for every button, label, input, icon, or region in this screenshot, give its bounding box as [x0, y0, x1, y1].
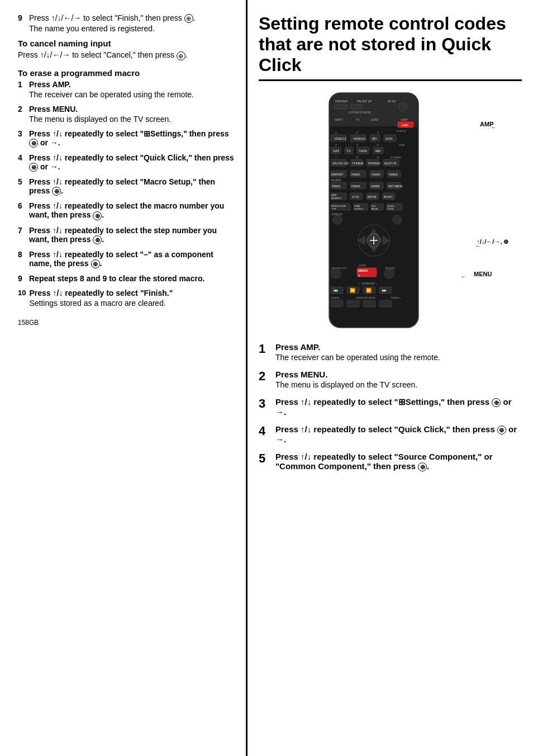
svg-text:+HOME: +HOME	[358, 264, 367, 267]
enter-btn-8: ⊕	[91, 259, 100, 268]
right-step-4-content: Press ↑/↓ repeatedly to select "Quick Cl…	[275, 424, 522, 444]
right-step-2-num: 2	[259, 370, 271, 383]
erase-step-1: 1 Press AMP. The receiver can be operate…	[18, 80, 235, 99]
erase-step-7-content: Press ↑/↓ repeatedly to select the step …	[29, 226, 235, 244]
svg-rect-125	[379, 300, 392, 307]
right-step-5-bold: Press ↑/↓ repeatedly to select "Source C…	[275, 452, 522, 471]
menu-annotation: MENU	[474, 271, 492, 277]
erase-step-8-num: 8	[18, 250, 26, 268]
svg-text:SA-CD CD: SA-CD CD	[332, 162, 349, 165]
svg-text:AV I/O: AV I/O	[388, 100, 396, 103]
svg-text:DMPORT: DMPORT	[331, 173, 344, 176]
erase-step-5: 5 Press ↑/↓ repeatedly to select "Macro …	[18, 177, 235, 196]
step-9-number: 9	[18, 13, 26, 33]
erase-step-6-num: 6	[18, 201, 26, 220]
right-step-1-bold: Press AMP.	[275, 342, 522, 352]
svg-text:TUNER: TUNER	[352, 162, 364, 165]
erase-step-4-num: 4	[18, 153, 26, 172]
erase-step-3-content: Press ↑/↓ repeatedly to select "⊞Setting…	[29, 129, 235, 148]
erase-step-7-bold: Press ↑/↓ repeatedly to select the step …	[29, 226, 217, 244]
svg-point-92	[393, 215, 402, 224]
step-9-top: 9 Press ↑/↓/←/→ to select "Finish," then…	[18, 13, 235, 33]
erase-step-9-content: Repeat steps 8 and 9 to clear the stored…	[29, 274, 235, 283]
erase-step-4-bold: Press ↑/↓ repeatedly to select "Quick Cl…	[29, 153, 234, 171]
svg-text:A.F.D.: A.F.D.	[352, 195, 360, 199]
enter-btn-4: ⊕	[29, 163, 38, 172]
page-number: 158GB	[18, 319, 235, 327]
svg-text:TV: TV	[346, 149, 351, 153]
erase-step-2-content: Press MENU. The menu is displayed on the…	[29, 105, 235, 124]
erase-step-5-content: Press ↑/↓ repeatedly to select "Macro Se…	[29, 177, 235, 196]
svg-text:.8: .8	[356, 156, 358, 159]
svg-text:.9: .9	[377, 156, 379, 159]
erase-step-5-num: 5	[18, 177, 26, 196]
remote-control-svg: THEATER RN SET UP AV I/O SYSTEM STANDBY …	[318, 90, 430, 330]
erase-step-10-content: Press ↑/↓ repeatedly to select "Finish."…	[29, 289, 235, 308]
svg-rect-7	[350, 105, 363, 109]
erase-step-2-num: 2	[18, 105, 26, 124]
svg-text:P/P: P/P	[332, 207, 336, 210]
erase-step-6-bold: Press ↑/↓ repeatedly to select the macro…	[29, 201, 224, 219]
svg-text:.1: .1	[335, 131, 337, 134]
svg-text:RN SET UP: RN SET UP	[357, 100, 372, 103]
svg-text:TUNING +: TUNING +	[391, 296, 401, 299]
svg-text:⏮: ⏮	[334, 288, 338, 293]
erase-step-7: 7 Press ↑/↓ repeatedly to select the ste…	[18, 226, 235, 244]
svg-text:SYSTEM STANDBY: SYSTEM STANDBY	[349, 111, 372, 114]
svg-text:.2: .2	[356, 131, 358, 134]
erase-step-1-sub: The receiver can be operated using the r…	[29, 90, 235, 99]
erase-step-2-bold: Press MENU.	[29, 105, 78, 114]
erase-step-8: 8 Press ↑/↓ repeatedly to select "–" as …	[18, 250, 235, 268]
erase-step-5-bold: Press ↑/↓ repeatedly to select "Macro Se…	[29, 177, 215, 195]
right-step-1-sub: The receiver can be operated using the r…	[275, 353, 522, 362]
svg-text:SHIFT: SHIFT	[335, 118, 342, 121]
svg-text:TV INPUT: TV INPUT	[396, 130, 407, 133]
erase-step-3-num: 3	[18, 129, 26, 148]
cancel-title: To cancel naming input	[18, 39, 235, 48]
right-step-3-num: 3	[259, 397, 271, 410]
remote-wrap: THEATER RN SET UP AV I/O SYSTEM STANDBY …	[318, 90, 463, 332]
svg-text:MD: MD	[375, 149, 381, 153]
svg-text:TAPE: TAPE	[359, 149, 367, 153]
svg-text:HDMI1: HDMI1	[332, 185, 341, 188]
menu-arrow: ←	[461, 273, 467, 280]
erase-step-3-bold: Press ↑/↓ repeatedly to select "⊞Setting…	[29, 129, 229, 147]
svg-text:TUNING —: TUNING —	[331, 296, 342, 299]
enter-btn-r3: ⊕	[492, 398, 501, 407]
svg-text:CATEGORY MODE: CATEGORY MODE	[356, 296, 375, 299]
right-step-2: 2 Press MENU. The menu is displayed on t…	[259, 370, 522, 389]
svg-point-8	[398, 102, 407, 111]
svg-text:CLICK: CLICK	[387, 207, 394, 210]
svg-text:⏭: ⏭	[382, 288, 387, 293]
step-9-text: Press ↑/↓/←/→ to select "Finish," then p…	[29, 13, 195, 22]
erase-step-4: 4 Press ↑/↓ repeatedly to select "Quick …	[18, 153, 235, 172]
svg-text:.3: .3	[377, 131, 379, 134]
svg-text:SAT: SAT	[333, 149, 340, 153]
right-step-4-bold: Press ↑/↓ repeatedly to select "Quick Cl…	[275, 424, 522, 444]
erase-step-1-content: Press AMP. The receiver can be operated …	[29, 80, 235, 99]
svg-point-109	[384, 268, 394, 278]
svg-text:A.DIRECT: A.DIRECT	[331, 197, 342, 200]
erase-step-6: 6 Press ↑/↓ repeatedly to select the mac…	[18, 201, 235, 220]
right-step-1-content: Press AMP. The receiver can be operated …	[275, 342, 522, 362]
right-step-4-num: 4	[259, 424, 271, 438]
nav-arrow: ←	[475, 243, 481, 249]
svg-point-91	[333, 215, 342, 224]
svg-rect-124	[363, 300, 375, 307]
right-step-1: 1 Press AMP. The receiver can be operate…	[259, 342, 522, 362]
erase-step-9-bold: Repeat steps 8 and 9 to clear the stored…	[29, 274, 204, 283]
erase-step-1-bold: Press AMP.	[29, 80, 71, 89]
left-column: 9 Press ↑/↓/←/→ to select "Finish," then…	[0, 0, 246, 756]
right-step-4: 4 Press ↑/↓ repeatedly to select "Quick …	[259, 424, 522, 444]
enter-btn-6: ⊕	[93, 211, 102, 220]
erase-step-7-num: 7	[18, 226, 26, 244]
erase-step-1-num: 1	[18, 80, 26, 99]
enter-button-symbol: ⊕	[184, 14, 193, 23]
right-step-3-bold: Press ↑/↓ repeatedly to select "⊞Setting…	[275, 397, 522, 417]
svg-text:D.TUNING: D.TUNING	[391, 156, 401, 159]
right-step-1-num: 1	[259, 342, 271, 356]
erase-step-10-sub: Settings stored as a macro are cleared.	[29, 299, 235, 308]
svg-text:MODE: MODE	[372, 207, 378, 210]
svg-text:AMP: AMP	[402, 124, 408, 127]
svg-text:.4: .4	[335, 144, 337, 147]
